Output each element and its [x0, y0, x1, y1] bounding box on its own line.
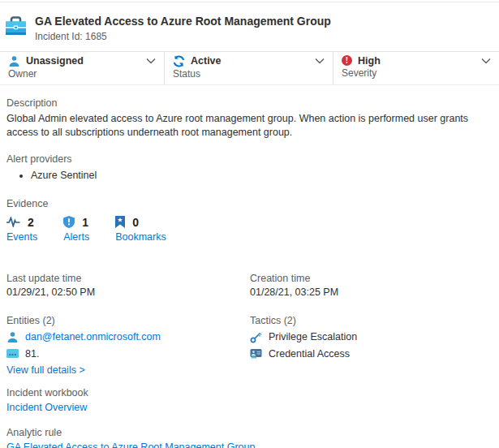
analytic-rule-label: Analytic rule	[6, 427, 493, 438]
description-text: Global Admin elevated access to Azure ro…	[6, 112, 493, 141]
alert-provider-item: Azure Sentinel	[31, 169, 493, 183]
creation-time: Creation time 01/28/21, 03:25 PM	[250, 273, 493, 298]
creation-time-value: 01/28/21, 03:25 PM	[250, 286, 493, 298]
alert-providers-list: Azure Sentinel	[6, 169, 493, 183]
incident-id: Incident Id: 1685	[35, 31, 331, 42]
evidence-section: Evidence 2 Events 1	[0, 198, 499, 243]
alert-providers-section: Alert providers Azure Sentinel	[0, 153, 499, 183]
bookmarks-stat[interactable]: 0 Bookmarks	[115, 216, 166, 243]
status-label: Status	[173, 68, 325, 80]
tactic-row-privilege-escalation: Privilege Escalation	[250, 331, 493, 343]
ip-address-icon	[6, 349, 19, 358]
chevron-down-icon	[140, 58, 156, 64]
tactics-label: Tactics (2)	[250, 315, 493, 326]
alert-providers-label: Alert providers	[6, 153, 493, 165]
tactic-privilege-escalation: Privilege Escalation	[269, 331, 357, 342]
evidence-label: Evidence	[6, 198, 493, 209]
chevron-down-icon	[308, 58, 325, 64]
id-card-icon	[250, 348, 262, 359]
evidence-stats: 2 Events 1 Alerts	[6, 216, 493, 243]
entity-ip-text: 81.	[25, 348, 39, 360]
events-link[interactable]: Events	[6, 231, 37, 243]
entities-label: Entities (2)	[6, 315, 250, 326]
incident-controls-row: Unassigned Owner Active Stat	[0, 51, 499, 85]
alerts-stat[interactable]: 1 Alerts	[63, 216, 89, 243]
incident-header: GA Elevated Access to Azure Root Managem…	[0, 2, 499, 51]
severity-value: High	[358, 55, 381, 67]
shield-alert-icon	[63, 216, 75, 228]
analytic-rule-link[interactable]: GA Elevated Access to Azure Root Managem…	[6, 442, 255, 448]
incident-workbook-label: Incident workbook	[6, 387, 493, 398]
bookmarks-link[interactable]: Bookmarks	[115, 231, 166, 243]
owner-dropdown[interactable]: Unassigned Owner	[0, 52, 164, 84]
events-count: 2	[28, 216, 34, 229]
incident-details-panel: GA Elevated Access to Azure Root Managem…	[0, 2, 499, 448]
times-section: Last update time 01/29/21, 02:50 PM Crea…	[0, 273, 499, 298]
status-value: Active	[191, 55, 222, 67]
view-full-details-link[interactable]: View full details >	[6, 364, 85, 376]
alerts-link[interactable]: Alerts	[63, 231, 89, 243]
key-icon	[250, 331, 262, 343]
severity-dropdown[interactable]: ! High Severity	[333, 52, 499, 84]
events-stat[interactable]: 2 Events	[6, 216, 37, 243]
entities-column: Entities (2) dan@fetanet.onmicrosoft.com…	[6, 315, 250, 376]
incident-workbook-section: Incident workbook Incident Overview	[0, 387, 499, 413]
alert-circle-icon: !	[342, 55, 352, 66]
owner-value: Unassigned	[26, 55, 84, 67]
tactic-row-credential-access: Credential Access	[250, 348, 493, 360]
incident-title: GA Elevated Access to Azure Root Managem…	[35, 15, 331, 29]
bookmarks-count: 0	[132, 216, 139, 229]
status-dropdown[interactable]: Active Status	[164, 52, 333, 84]
briefcase-icon	[5, 16, 27, 37]
entity-account-link[interactable]: dan@fetanet.onmicrosoft.com	[25, 331, 161, 342]
pulse-icon	[6, 217, 20, 227]
tactic-credential-access: Credential Access	[269, 348, 350, 360]
creation-time-label: Creation time	[250, 273, 493, 284]
last-update-value: 01/29/21, 02:50 PM	[6, 286, 250, 298]
person-icon	[8, 55, 20, 67]
person-icon	[6, 331, 19, 343]
chevron-down-icon	[475, 58, 491, 64]
entity-row-account[interactable]: dan@fetanet.onmicrosoft.com	[6, 331, 250, 343]
entities-tactics-section: Entities (2) dan@fetanet.onmicrosoft.com…	[0, 315, 499, 376]
incident-title-block: GA Elevated Access to Azure Root Managem…	[35, 15, 331, 42]
refresh-icon	[173, 55, 185, 67]
incident-overview-link[interactable]: Incident Overview	[6, 402, 87, 413]
tactics-column: Tactics (2) Privilege Escalation	[250, 315, 493, 376]
owner-label: Owner	[8, 68, 156, 80]
analytic-rule-section: Analytic rule GA Elevated Access to Azur…	[0, 427, 499, 448]
alerts-count: 1	[82, 216, 88, 229]
bookmark-star-icon	[115, 216, 125, 228]
last-update-label: Last update time	[6, 273, 250, 284]
description-label: Description	[6, 97, 493, 109]
description-section: Description Global Admin elevated access…	[0, 97, 499, 141]
entity-row-ip[interactable]: 81.	[6, 348, 250, 360]
last-update-time: Last update time 01/29/21, 02:50 PM	[6, 273, 250, 298]
severity-label: Severity	[342, 67, 491, 79]
